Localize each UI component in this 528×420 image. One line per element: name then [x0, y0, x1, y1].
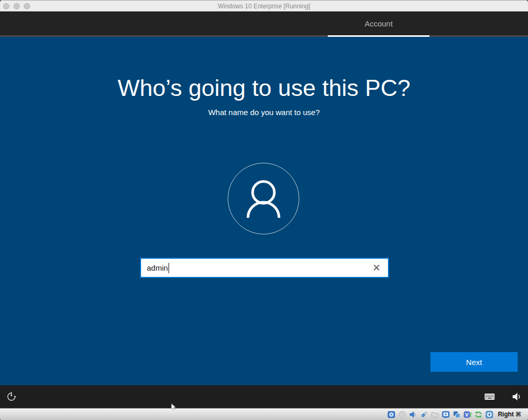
display-icon[interactable]	[442, 411, 450, 418]
setup-header: Account	[0, 11, 528, 37]
page-subtitle: What name do you want to use?	[0, 108, 528, 117]
vbox-statusbar: Right ⌘	[0, 408, 528, 420]
network-icon[interactable]	[453, 411, 461, 418]
user-avatar-icon	[228, 163, 299, 234]
clear-input-icon[interactable]: ✕	[369, 259, 384, 277]
next-button[interactable]: Next	[430, 352, 518, 372]
host-key-label: Right ⌘	[498, 411, 521, 418]
volume-icon[interactable]	[512, 392, 521, 401]
usb-icon[interactable]	[420, 411, 428, 418]
macos-titlebar: Windows 10 Enterprise [Running]	[0, 0, 528, 11]
tab-account[interactable]: Account	[328, 11, 429, 35]
oobe-footer	[0, 385, 528, 408]
optical-disc-icon[interactable]	[398, 411, 406, 418]
hard-disk-icon[interactable]	[387, 411, 395, 418]
window-title: Windows 10 Enterprise [Running]	[0, 1, 528, 12]
ease-of-access-icon[interactable]	[6, 391, 17, 402]
page-title: Who’s going to use this PC?	[0, 74, 528, 102]
shared-folders-icon[interactable]	[431, 411, 439, 418]
username-value: admin	[147, 263, 168, 272]
oobe-content: Who’s going to use this PC? What name do…	[0, 37, 528, 385]
features-icon[interactable]	[464, 411, 471, 418]
person-icon	[228, 163, 299, 234]
keyboard-capture-icon[interactable]	[485, 411, 493, 418]
username-input[interactable]: admin ✕	[140, 258, 389, 278]
keyboard-icon[interactable]	[484, 393, 495, 400]
tab-account-label: Account	[365, 19, 393, 28]
text-caret	[169, 263, 169, 273]
vm-window: Windows 10 Enterprise [Running] Account …	[0, 0, 528, 420]
audio-icon[interactable]	[409, 411, 417, 418]
mouse-integration-icon[interactable]	[475, 411, 482, 418]
